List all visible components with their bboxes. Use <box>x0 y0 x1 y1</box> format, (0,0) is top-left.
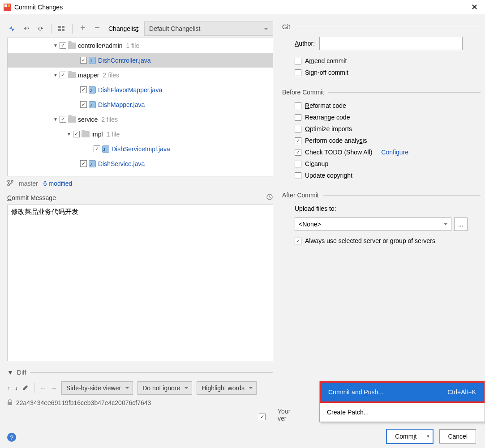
tree-row[interactable]: JDishController.java <box>8 53 273 68</box>
analysis-checkbox[interactable] <box>295 137 301 144</box>
chevron-down-icon[interactable]: ▼ <box>52 43 59 48</box>
diff-label: Diff <box>17 369 26 376</box>
tree-row[interactable]: ▼controller\admin1 file <box>8 38 273 53</box>
file-name: DishController.java <box>98 57 151 64</box>
separator <box>72 24 73 34</box>
file-checkbox[interactable] <box>60 42 66 49</box>
nav-back-icon[interactable]: ← <box>40 384 46 392</box>
file-checkbox[interactable] <box>94 145 100 152</box>
copyright-label: Update copyright <box>305 172 352 179</box>
file-checkbox[interactable] <box>60 116 66 123</box>
group-icon[interactable] <box>57 24 67 34</box>
after-commit-title: After Commit <box>282 192 319 199</box>
expand-icon[interactable] <box>78 24 88 34</box>
changelist-select[interactable]: Default Changelist <box>144 21 273 36</box>
browse-button[interactable]: ... <box>454 218 468 231</box>
modified-count[interactable]: 6 modified <box>43 180 73 187</box>
file-name: DishFlavorMapper.java <box>98 86 162 94</box>
commit-and-push-item[interactable]: Commit and Push... Ctrl+Alt+K <box>320 381 485 403</box>
chevron-down-icon[interactable]: ▼ <box>52 73 59 77</box>
rearrange-checkbox[interactable] <box>295 114 301 121</box>
file-name: service <box>78 116 98 123</box>
always-checkbox[interactable] <box>295 238 301 244</box>
file-checkbox[interactable] <box>60 72 66 78</box>
arrow-up-icon[interactable]: ↑ <box>7 384 10 392</box>
signoff-label: Sign-off commit <box>305 69 348 76</box>
close-icon[interactable]: ✕ <box>468 2 481 12</box>
java-file-icon: J <box>89 86 96 94</box>
rearrange-label: Rearrange code <box>305 114 350 121</box>
help-icon[interactable]: ? <box>7 433 16 442</box>
tree-row[interactable]: JDishFlavorMapper.java <box>8 82 273 97</box>
file-checkbox[interactable] <box>80 86 87 93</box>
diff-chevron-icon[interactable]: ▼ <box>7 369 13 376</box>
optimize-checkbox[interactable] <box>295 126 301 132</box>
viewer-select[interactable]: Side-by-side viewer <box>61 381 133 395</box>
commit-message-label: Commit Message <box>7 194 56 201</box>
branch-icon <box>7 180 13 188</box>
file-checkbox[interactable] <box>80 57 87 64</box>
svg-rect-4 <box>62 26 64 28</box>
file-checkbox[interactable] <box>80 101 87 108</box>
commit-message-input[interactable]: 修改菜品业务代码开发 <box>7 205 273 361</box>
upload-label: Upload files to: <box>295 205 481 212</box>
before-commit-title: Before Commit <box>282 89 324 96</box>
ignore-select[interactable]: Do not ignore <box>137 381 192 395</box>
create-patch-item[interactable]: Create Patch... <box>320 403 485 422</box>
nav-forward-icon[interactable]: → <box>51 384 57 392</box>
cleanup-label: Cleanup <box>305 160 328 167</box>
reformat-label: Reformat code <box>305 102 346 109</box>
todo-checkbox[interactable] <box>295 149 301 156</box>
separator <box>34 383 34 393</box>
cleanup-checkbox[interactable] <box>295 161 301 167</box>
history-icon[interactable] <box>266 193 273 202</box>
folder-icon <box>82 131 90 137</box>
refresh-icon[interactable]: ⟳ <box>36 24 46 34</box>
reformat-checkbox[interactable] <box>295 102 301 109</box>
separator <box>30 372 273 373</box>
svg-point-8 <box>11 180 13 182</box>
tree-row[interactable]: JDishService.java <box>8 156 273 171</box>
java-file-icon: J <box>89 101 96 108</box>
edit-icon[interactable] <box>22 384 29 392</box>
rollback-icon[interactable] <box>7 24 17 34</box>
java-file-icon: J <box>102 145 109 153</box>
copyright-checkbox[interactable] <box>295 172 301 179</box>
amend-checkbox[interactable] <box>295 58 301 64</box>
lock-icon <box>7 399 13 407</box>
your-version-label: Your ver <box>278 408 297 422</box>
file-tree[interactable]: ▼controller\admin1 fileJDishController.j… <box>7 38 273 176</box>
chevron-down-icon[interactable]: ▼ <box>52 117 59 122</box>
file-meta: 2 files <box>101 116 118 123</box>
separator <box>295 27 481 27</box>
shortcut-label: Ctrl+Alt+K <box>447 388 476 396</box>
upload-select[interactable]: <None> <box>295 218 451 231</box>
collapse-icon[interactable] <box>92 24 102 34</box>
file-checkbox[interactable] <box>73 131 80 137</box>
tree-row[interactable]: ▼mapper2 files <box>8 68 273 82</box>
optimize-label: Optimize imports <box>305 125 352 132</box>
tree-row[interactable]: ▼service2 files <box>8 112 273 127</box>
signoff-checkbox[interactable] <box>295 69 301 76</box>
file-meta: 2 files <box>103 72 119 79</box>
svg-point-7 <box>8 180 9 182</box>
separator <box>323 195 481 196</box>
svg-rect-1 <box>4 4 7 7</box>
highlight-select[interactable]: Highlight words <box>197 381 257 395</box>
author-label: Author: <box>295 40 315 47</box>
arrow-down-icon[interactable]: ↓ <box>15 384 18 392</box>
tree-row[interactable]: JDishMapper.java <box>8 97 273 112</box>
cancel-button[interactable]: Cancel <box>439 429 476 444</box>
tree-row[interactable]: ▼impl1 file <box>8 127 273 141</box>
file-name: controller\admin <box>78 42 123 49</box>
configure-link[interactable]: Configure <box>381 149 408 156</box>
chevron-down-icon[interactable]: ▼ <box>66 132 72 137</box>
commit-button[interactable]: Commit ▼ <box>386 429 433 444</box>
version-checkbox[interactable] <box>259 414 266 420</box>
author-input[interactable] <box>319 37 463 50</box>
commit-dropdown-icon[interactable]: ▼ <box>423 430 433 443</box>
tree-row[interactable]: JDishServiceImpl.java <box>8 141 273 156</box>
undo-icon[interactable]: ↶ <box>21 24 31 34</box>
folder-icon <box>68 72 76 78</box>
file-checkbox[interactable] <box>80 160 87 167</box>
